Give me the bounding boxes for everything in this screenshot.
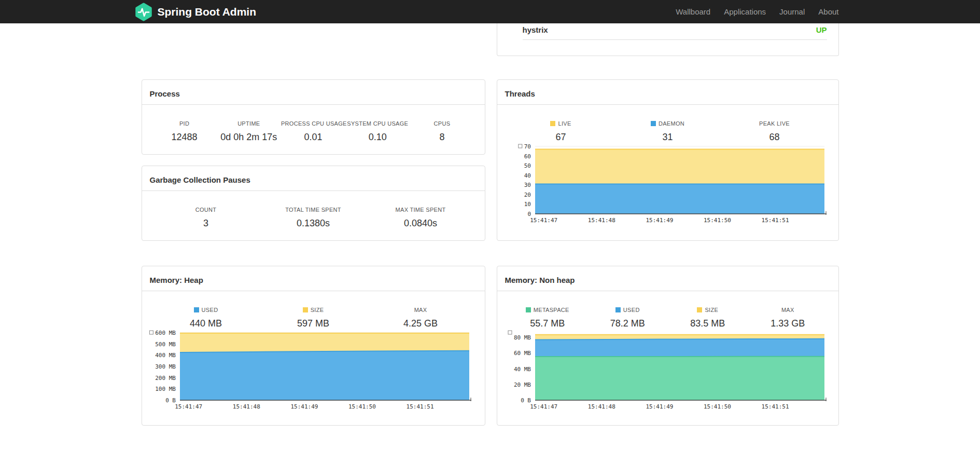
svg-text:60 MB: 60 MB (513, 350, 530, 357)
legend-item-max: MAX 4.25 GB (367, 307, 474, 329)
brand[interactable]: Spring Boot Admin (134, 3, 257, 21)
svg-text:400 MB: 400 MB (155, 352, 176, 359)
legend-value: 440 MB (152, 318, 260, 329)
legend-item-peak-live: PEAK LIVE 68 (721, 120, 828, 143)
legend-value: 31 (614, 132, 721, 143)
panel-title: Threads (497, 80, 838, 105)
status-badge: UP (816, 25, 827, 34)
svg-text:15:41:50: 15:41:50 (704, 217, 731, 224)
metric-gc-max-time: MAX TIME SPENT 0.0840s (367, 207, 474, 229)
metric-label: SYSTEM CPU USAGE (345, 120, 410, 127)
svg-text:15:41:50: 15:41:50 (348, 403, 376, 410)
brand-title: Spring Boot Admin (158, 6, 257, 18)
legend-value: 67 (508, 132, 614, 143)
metric-process-cpu: PROCESS CPU USAGE 0.01 (281, 120, 345, 143)
legend-item-used: USED 78.2 MB (587, 307, 668, 329)
legend-item-metaspace: METASPACE 55.7 MB (508, 307, 588, 329)
legend-item-daemon: DAEMON 31 (614, 120, 721, 143)
metric-value: 8 (410, 132, 474, 143)
heap-chart: 0 B100 MB200 MB300 MB400 MB500 MB600 MB1… (143, 330, 480, 420)
legend-value: 1.33 GB (748, 318, 828, 329)
legend-label: MAX (781, 307, 794, 313)
svg-text:500 MB: 500 MB (155, 341, 176, 348)
process-panel: Process PID 12488 UPTIME 0d 0h 2m 17s PR… (142, 79, 485, 155)
svg-text:15:41:51: 15:41:51 (406, 403, 433, 410)
threads-chart: 01020304050607015:41:4715:41:4815:41:491… (498, 143, 835, 234)
threads-legend: LIVE 67 DAEMON 31 PEAK LIVE 68 (497, 105, 838, 143)
metric-cpus: CPUS 8 (410, 120, 474, 143)
legend-label: DAEMON (659, 120, 684, 127)
metric-label: PID (152, 120, 217, 127)
svg-text:15:41:49: 15:41:49 (290, 403, 318, 410)
legend-label: PEAK LIVE (759, 120, 790, 127)
metric-uptime: UPTIME 0d 0h 2m 17s (217, 120, 281, 143)
svg-text:20: 20 (524, 192, 530, 198)
svg-text:15:41:50: 15:41:50 (704, 403, 731, 410)
threads-panel: Threads LIVE 67 DAEMON 31 PEAK LIVE 68 0… (497, 79, 839, 241)
metric-system-cpu: SYSTEM CPU USAGE 0.10 (345, 120, 410, 143)
nonheap-panel: Memory: Non heap METASPACE 55.7 MB USED … (497, 266, 839, 426)
svg-text:70: 70 (524, 143, 530, 150)
legend-swatch (303, 307, 308, 312)
metric-gc-total-time: TOTAL TIME SPENT 0.1380s (260, 207, 367, 229)
nav-link-applications[interactable]: Applications (717, 7, 773, 16)
main-content: hystrix UP Process PID 12488 UPTIME 0d 0… (142, 23, 839, 463)
metric-label: CPUS (410, 120, 474, 127)
svg-text:300 MB: 300 MB (155, 363, 176, 370)
svg-text:20 MB: 20 MB (513, 382, 530, 388)
nav-link-journal[interactable]: Journal (773, 7, 811, 16)
legend-value: 4.25 GB (367, 318, 474, 329)
legend-value: 68 (721, 132, 828, 143)
app-logo-icon (134, 3, 153, 21)
metric-label: MAX TIME SPENT (367, 207, 474, 213)
legend-item-size: SIZE 597 MB (260, 307, 367, 329)
metric-value: 3 (152, 218, 260, 229)
svg-text:15:41:49: 15:41:49 (646, 403, 673, 410)
panel-title: Memory: Heap (142, 266, 485, 291)
svg-text:10: 10 (524, 201, 530, 208)
legend-label: MAX (414, 307, 427, 313)
health-item-name: hystrix (523, 25, 548, 34)
legend-swatch (697, 307, 702, 312)
legend-swatch (550, 121, 555, 126)
health-panel: hystrix UP (497, 23, 839, 56)
svg-text:600 MB: 600 MB (155, 330, 176, 336)
metric-value: 0.1380s (260, 218, 367, 229)
svg-text:40: 40 (524, 172, 530, 179)
nonheap-chart: 0 B20 MB40 MB60 MB80 MB15:41:4715:41:481… (498, 330, 835, 420)
legend-label: LIVE (558, 120, 571, 127)
process-metrics: PID 12488 UPTIME 0d 0h 2m 17s PROCESS CP… (142, 105, 485, 143)
legend-swatch (194, 307, 199, 312)
legend-item-live: LIVE 67 (508, 120, 614, 143)
svg-text:80 MB: 80 MB (513, 334, 530, 341)
legend-swatch (651, 121, 656, 126)
gc-metrics: COUNT 3 TOTAL TIME SPENT 0.1380s MAX TIM… (142, 191, 485, 229)
legend-label: METASPACE (534, 307, 569, 313)
health-row-hystrix: hystrix UP (523, 23, 827, 40)
svg-text:15:41:48: 15:41:48 (587, 403, 615, 410)
panel-title: Process (142, 80, 485, 105)
svg-text:15:41:47: 15:41:47 (175, 403, 202, 410)
metric-value: 0.01 (281, 132, 345, 143)
gc-panel: Garbage Collection Pauses COUNT 3 TOTAL … (142, 166, 485, 241)
legend-value: 83.5 MB (668, 318, 748, 329)
svg-text:15:41:48: 15:41:48 (587, 217, 615, 224)
metric-label: PROCESS CPU USAGE (281, 120, 345, 127)
nav-link-about[interactable]: About (811, 7, 838, 16)
legend-label: SIZE (311, 307, 324, 313)
legend-swatch (526, 307, 531, 312)
heap-panel: Memory: Heap USED 440 MB SIZE 597 MB MAX… (142, 266, 485, 426)
panel-title: Garbage Collection Pauses (142, 166, 485, 191)
metric-label: UPTIME (217, 120, 281, 127)
svg-text:100 MB: 100 MB (155, 386, 176, 392)
svg-text:15:41:51: 15:41:51 (761, 403, 789, 410)
legend-label: SIZE (705, 307, 718, 313)
metric-value: 12488 (152, 132, 217, 143)
svg-text:15:41:48: 15:41:48 (232, 403, 260, 410)
nav-link-wallboard[interactable]: Wallboard (669, 7, 717, 16)
svg-text:15:41:49: 15:41:49 (646, 217, 673, 224)
legend-value: 78.2 MB (587, 318, 668, 329)
panel-title: Memory: Non heap (497, 266, 838, 291)
legend-label: USED (202, 307, 218, 313)
legend-label: USED (623, 307, 640, 313)
